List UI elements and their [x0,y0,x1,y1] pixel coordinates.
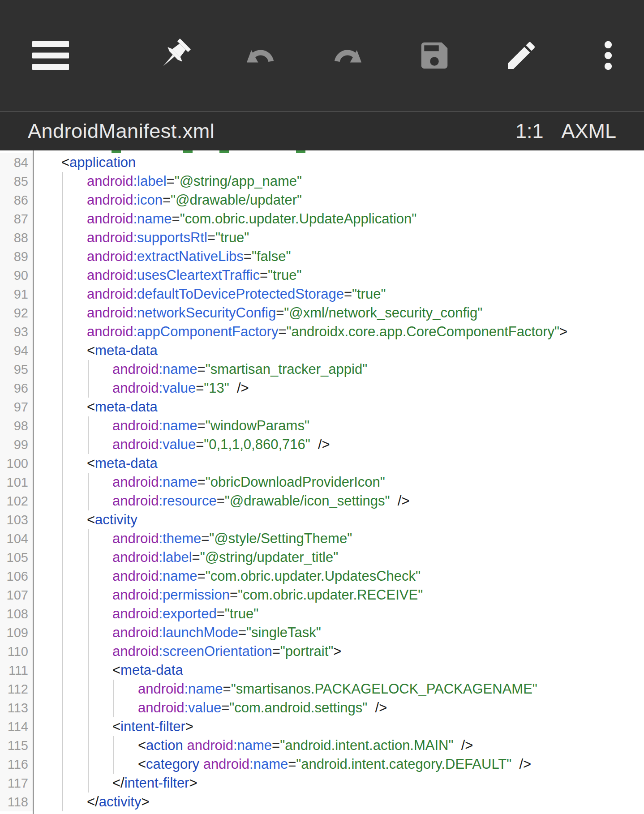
code-line[interactable]: 106android:name="com.obric.updater.Updat… [0,567,644,586]
code-line[interactable]: 116<category android:name="android.inten… [0,755,644,774]
code-text: <intent-filter> [33,717,644,736]
code-line[interactable]: 84<application [0,153,644,172]
code-text: <action android:name="android.intent.act… [33,736,644,755]
code-line[interactable]: 85android:label="@string/app_name" [0,172,644,191]
code-line[interactable]: 109android:launchMode="singleTask" [0,623,644,642]
code-line[interactable]: 113android:value="com.android.settings" … [0,698,644,717]
code-line[interactable]: 91android:defaultToDeviceProtectedStorag… [0,285,644,304]
save-button[interactable] [416,34,453,77]
redo-icon [329,37,366,74]
line-number: 106 [0,567,33,586]
code-line[interactable]: 96android:value="13" /> [0,379,644,398]
line-number: 99 [0,435,33,454]
code-line[interactable]: 114<intent-filter> [0,717,644,736]
code-line[interactable]: 100<meta-data [0,454,644,473]
undo-button[interactable] [242,34,279,77]
line-number: 92 [0,304,33,322]
line-number: 115 [0,736,33,755]
line-number: 102 [0,492,33,510]
line-number: 118 [0,793,33,811]
code-line[interactable]: 86android:icon="@drawable/updater" [0,191,644,210]
line-number: 110 [0,642,33,661]
edit-button[interactable] [503,34,540,77]
code-line[interactable]: 105android:label="@string/updater_title" [0,548,644,567]
code-line[interactable]: 103<activity [0,510,644,529]
titlebar-status: 1:1 AXML [515,120,616,143]
code-line[interactable]: 87android:name="com.obric.updater.Update… [0,210,644,228]
code-text: android:value="com.android.settings" /> [33,698,644,717]
cursor-position: 1:1 [515,120,544,143]
code-text: android:value="13" /> [33,379,644,398]
code-line[interactable]: 101android:name="obricDownloadProviderIc… [0,473,644,492]
code-line[interactable]: 95android:name="smartisan_tracker_appid" [0,360,644,379]
pushpin-icon [155,35,192,76]
code-text: <meta-data [33,661,644,680]
line-number: 107 [0,586,33,604]
code-line[interactable]: 115<action android:name="android.intent.… [0,736,644,755]
indent-guide [88,529,89,793]
line-number: 94 [0,341,33,360]
code-text: <meta-data [33,341,644,360]
clipped-text-mark [112,150,121,153]
line-number: 93 [0,322,33,341]
code-text: android:theme="@style/SettingTheme" [33,529,644,548]
code-text: android:exported="true" [33,604,644,623]
line-number: 89 [0,247,33,266]
edit-pencil-icon [503,38,539,73]
code-line[interactable]: 107android:permission="com.obric.updater… [0,586,644,604]
code-text: <meta-data [33,398,644,416]
line-number: 98 [0,416,33,435]
code-line[interactable]: 112android:name="smartisanos.PACKAGELOCK… [0,680,644,698]
code-line[interactable]: 98android:name="windowParams" [0,416,644,435]
redo-button[interactable] [329,34,366,77]
code-line[interactable]: 90android:usesCleartextTraffic="true" [0,266,644,285]
code-text: android:name="windowParams" [33,416,644,435]
code-text: android:name="com.obric.updater.UpdatesC… [33,567,644,586]
code-text: android:screenOrientation="portrait"> [33,642,644,661]
code-text: android:supportsRtl="true" [33,228,644,247]
code-text: android:resource="@drawable/icon_setting… [33,492,644,510]
code-text: android:label="@string/app_name" [33,172,644,191]
code-text: android:value="0,1,1,0,860,716" /> [33,435,644,454]
indent-guide [88,473,89,510]
pin-button[interactable] [155,34,192,77]
indent-guide [113,736,114,774]
code-line[interactable]: 89android:extractNativeLibs="false" [0,247,644,266]
code-text: <category android:name="android.intent.c… [33,755,644,774]
code-text: <application [33,153,644,172]
code-text: android:appComponentFactory="androidx.co… [33,322,644,341]
indent-guide [88,360,89,398]
code-editor[interactable]: 84<application85android:label="@string/a… [0,150,644,814]
code-line[interactable]: 110android:screenOrientation="portrait"> [0,642,644,661]
menu-button[interactable] [32,34,69,77]
line-number: 97 [0,398,33,416]
code-line[interactable]: 102android:resource="@drawable/icon_sett… [0,492,644,510]
line-number: 91 [0,285,33,304]
line-number: 112 [0,680,33,698]
code-line[interactable]: 99android:value="0,1,1,0,860,716" /> [0,435,644,454]
code-line[interactable]: 111<meta-data [0,661,644,680]
code-text: android:permission="com.obric.updater.RE… [33,586,644,604]
code-line[interactable]: 118</activity> [0,793,644,811]
code-line[interactable]: 88android:supportsRtl="true" [0,228,644,247]
code-line[interactable]: 94<meta-data [0,341,644,360]
code-text: android:name="obricDownloadProviderIcon" [33,473,644,492]
line-number: 88 [0,228,33,247]
clipped-text-mark [296,150,305,153]
more-vert-icon [591,38,626,73]
code-text: android:name="com.obric.updater.UpdateAp… [33,210,644,228]
overflow-menu-button[interactable] [590,34,627,77]
indent-guide [113,680,114,717]
code-line[interactable]: 97<meta-data [0,398,644,416]
code-text: android:name="smartisanos.PACKAGELOCK_PA… [33,680,644,698]
titlebar: AndroidManifest.xml 1:1 AXML [0,111,644,150]
code-line[interactable]: 92android:networkSecurityConfig="@xml/ne… [0,304,644,322]
gutter-divider [33,150,34,814]
line-number: 111 [0,661,33,680]
code-line[interactable]: 93android:appComponentFactory="androidx.… [0,322,644,341]
code-line[interactable]: 117</intent-filter> [0,774,644,793]
code-line[interactable]: 108android:exported="true" [0,604,644,623]
line-number: 90 [0,266,33,285]
file-format-badge: AXML [561,120,616,143]
code-line[interactable]: 104android:theme="@style/SettingTheme" [0,529,644,548]
